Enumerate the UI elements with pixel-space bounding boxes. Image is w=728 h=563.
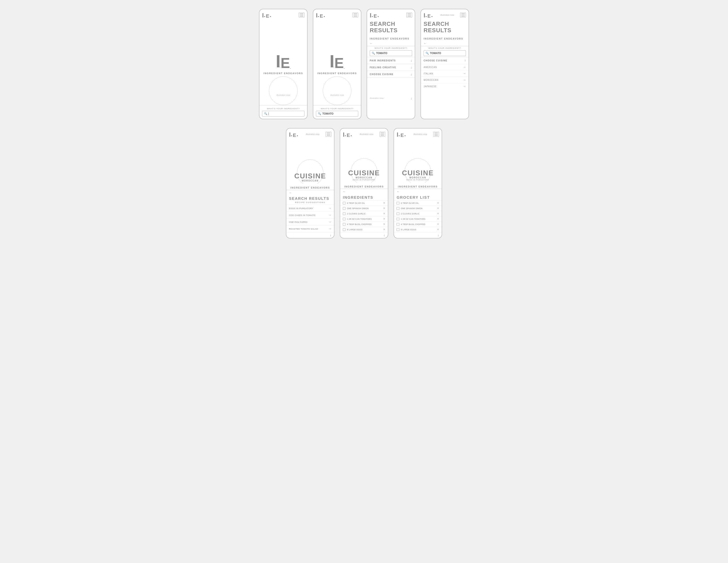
checkbox[interactable] (343, 228, 345, 231)
hamburger-icon[interactable] (460, 13, 466, 17)
remove-icon[interactable]: ✕ (437, 207, 439, 210)
big-logo-E: E (281, 56, 290, 70)
remove-icon[interactable]: ✕ (383, 217, 385, 220)
hamburger-icon[interactable] (326, 132, 331, 137)
checkbox[interactable] (397, 223, 399, 226)
results-title: SEARCHRESULTS (370, 21, 412, 33)
checkbox[interactable] (397, 228, 399, 231)
big-logo-dot-e: . (344, 66, 345, 69)
filter-creative[interactable]: FEELING CREATIVE ↓ (367, 64, 415, 71)
remove-icon[interactable]: ✕ (383, 228, 385, 231)
logo-dot-i: . (264, 11, 266, 19)
section-title: INGREDIENTS (340, 194, 388, 200)
checkbox[interactable] (343, 207, 345, 210)
back-arrow[interactable]: ← (286, 190, 334, 195)
search-icon: 🔍 (318, 112, 321, 115)
cuisine-american[interactable]: AMERICAN → (421, 64, 469, 70)
arrow-down-icon: ↓ (384, 233, 385, 237)
hamburger-icon[interactable] (433, 132, 439, 137)
checkbox[interactable] (397, 218, 399, 220)
search-box[interactable]: 🔍 TOMATO (316, 111, 358, 117)
logo-big-section: I . E . INGREDIENT ENDEAVORS Illustratio… (259, 20, 307, 105)
hamburger-icon[interactable] (406, 13, 412, 17)
search-section: WHAT'S YOUR INGREDIENT? 🔍 TOMATO (421, 46, 469, 57)
search-box[interactable]: 🔍 TOMATO (424, 50, 466, 56)
remove-icon[interactable]: ✕ (437, 217, 439, 220)
cuisine-name: MOROCCAN (424, 79, 438, 81)
filter-pair[interactable]: PAIR INGREDIENTS ↓ (367, 57, 415, 64)
arrow-down-icon: ↓ (330, 233, 331, 237)
recipe-cod[interactable]: COD CAKES IN TOMATO → (286, 211, 334, 218)
cuisine-name: JAPANESE (424, 85, 437, 88)
recipe-salad[interactable]: ROASTED TOMATO SALAD → (286, 225, 334, 232)
checkbox[interactable] (397, 202, 399, 204)
checkbox[interactable] (397, 212, 399, 215)
back-arrow[interactable]: ← (367, 41, 415, 46)
bottom-nav: ↓ (286, 232, 334, 238)
ingredient-left: 1 28 OZ CAN TOMATOES (343, 218, 372, 220)
circle-illustration (323, 76, 351, 105)
search-label: WHAT'S YOUR INGREDIENT? (262, 107, 304, 110)
remove-icon[interactable]: ✕ (383, 201, 385, 204)
remove-icon[interactable]: ✕ (437, 228, 439, 231)
recipe-farro[interactable]: ONE PAN FARRO → (286, 218, 334, 225)
logo-dot-e: . (350, 131, 352, 138)
filter-label: CHOOSE CUISINE (370, 73, 394, 75)
cuisine-japanese[interactable]: JAPANESE → (421, 83, 469, 89)
cuisine-name: ITALIAN (424, 72, 433, 75)
filter-cuisine[interactable]: CHOOSE CUISINE ↓ (367, 71, 415, 77)
arrow-right-icon: → (328, 206, 331, 210)
checkbox[interactable] (343, 212, 345, 215)
hamburger-icon[interactable] (299, 13, 304, 17)
logo-area: I . E . (397, 131, 406, 138)
arrow-right-icon: → (328, 213, 331, 217)
logo-dot-i: . (398, 131, 400, 138)
back-arrow[interactable]: ← (340, 189, 388, 194)
remove-icon[interactable]: ✕ (383, 223, 385, 226)
cuisine-title: CUISINE (348, 169, 380, 176)
ingredient-text: 4 TBSP BASIL CHOPPED (347, 223, 372, 225)
card-cuisine-results: I . E . Illustration Area CUISINE MOROCC… (286, 128, 334, 238)
hamburger-icon[interactable] (353, 13, 358, 17)
recipe-eggs[interactable]: EGGS IN PURGATORY → (286, 205, 334, 211)
arrow-right-icon: → (463, 78, 466, 82)
search-box[interactable]: 🔍 (262, 111, 304, 117)
remove-icon[interactable]: ✕ (437, 201, 439, 204)
brand-name: INGREDIENT ENDEAVORS (394, 184, 442, 189)
row-1: I . E . I . E . INGREDIENT ENDEAVORS Ill… (259, 9, 469, 119)
search-value: TOMATO (430, 52, 441, 55)
search-box[interactable]: 🔍 TOMATO (370, 50, 412, 56)
filter-label: CHOOSE CUISINE (424, 59, 447, 62)
illustration-label: Illustration Area (360, 133, 373, 135)
ingredient-text: 8 LARGE EGGS (347, 228, 362, 231)
checkbox[interactable] (343, 218, 345, 220)
cuisine-moroccan[interactable]: MOROCCAN → (421, 77, 469, 83)
circle-illustration (269, 76, 298, 105)
card-cuisine-expanded: I . E . Illustration Area SEARCHRESULTS … (420, 9, 469, 119)
logo-i: I (343, 132, 344, 138)
remove-icon[interactable]: ✕ (383, 207, 385, 210)
cuisine-title: CUISINE (402, 169, 434, 176)
ingredient-left: 2 CLOVES GARLIC (397, 212, 420, 215)
checkbox[interactable] (343, 223, 345, 226)
ingredient-text: 1 28 OZ CAN TOMATOES (347, 218, 372, 220)
back-arrow[interactable]: ← (421, 41, 469, 46)
filter-cuisine-header[interactable]: CHOOSE CUISINE ↑ (421, 57, 469, 64)
remove-icon[interactable]: ✕ (437, 212, 439, 215)
recipe-name: ONE PAN FARRO (289, 221, 308, 223)
ingredient-left: ONE SPANISH ONION (343, 207, 369, 210)
arrow-down-icon: ↓ (411, 59, 412, 62)
ingredient-text: ONE SPANISH ONION (401, 207, 422, 209)
ingredient-left: 6 TBSP OLIVE OIL (397, 202, 419, 204)
checkbox[interactable] (343, 202, 345, 204)
remove-icon[interactable]: ✕ (383, 212, 385, 215)
cuisine-italian[interactable]: ITALIAN → (421, 70, 469, 77)
search-value: TOMATO (376, 52, 387, 55)
checkbox[interactable] (397, 207, 399, 210)
back-arrow[interactable]: ← (394, 189, 442, 194)
search-section: WHAT'S YOUR INGREDIENT? 🔍 TOMATO (367, 46, 415, 57)
cuisine-sub: MOROCCAN (356, 176, 372, 179)
hamburger-icon[interactable] (379, 132, 385, 137)
illustration-label: Illustration Area (306, 133, 319, 135)
remove-icon[interactable]: ✕ (437, 223, 439, 226)
